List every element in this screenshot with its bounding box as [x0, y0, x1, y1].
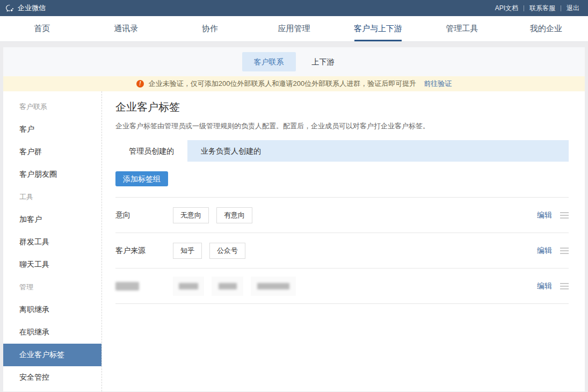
go-verify-link[interactable]: 前往验证	[424, 79, 452, 89]
nav-item-5[interactable]: 管理工具	[420, 16, 504, 41]
main-panel: 企业客户标签 企业客户标签由管理员或一级管理规则的负责人配置。配置后，企业成员可…	[102, 91, 585, 391]
creator-tab-0[interactable]: 管理员创建的	[115, 140, 187, 162]
tag-redacted	[212, 277, 243, 296]
tag-group-list: 意向无意向有意向编辑客户来源知乎公众号编辑编辑	[115, 197, 569, 304]
content-area: 客户联系客户客户群客户朋友圈工具加客户群发工具聊天工具管理离职继承在职继承企业客…	[3, 91, 585, 391]
top-app-bar: 企业微信 API文档联系客服退出	[0, 0, 588, 16]
row-actions: 编辑	[537, 281, 569, 291]
nav-item-4[interactable]: 客户与上下游	[336, 16, 420, 41]
sidebar-item-1-2[interactable]: 聊天工具	[3, 253, 101, 276]
page-gap	[0, 42, 588, 47]
nav-item-0[interactable]: 首页	[0, 16, 84, 41]
sidebar-item-0-1[interactable]: 客户群	[3, 141, 101, 163]
wechat-work-logo-icon	[5, 4, 14, 13]
topbar-link-0[interactable]: API文档	[495, 4, 518, 13]
nav-item-2[interactable]: 协作	[168, 16, 252, 41]
nav-item-1[interactable]: 通讯录	[84, 16, 168, 41]
sidebar-section-header-1: 工具	[3, 186, 101, 208]
redacted-blob	[257, 283, 289, 289]
topbar-links: API文档联系客服退出	[495, 4, 579, 13]
primary-tab-1[interactable]: 上下游	[300, 52, 346, 71]
tag-item-0-0[interactable]: 无意向	[173, 207, 209, 223]
tag-item-0-1[interactable]: 有意向	[216, 207, 252, 223]
group-name-redacted	[115, 282, 173, 291]
sidebar-item-2-0[interactable]: 离职继承	[3, 299, 101, 321]
sidebar: 客户联系客户客户群客户朋友圈工具加客户群发工具聊天工具管理离职继承在职继承企业客…	[3, 91, 102, 391]
topbar-link-2[interactable]: 退出	[567, 4, 579, 13]
customer-tabstrip: 客户联系上下游	[3, 47, 585, 76]
tag-redacted	[173, 277, 204, 296]
topbar-separator	[524, 5, 524, 11]
edit-link[interactable]: 编辑	[537, 281, 552, 291]
tag-group-row: 客户来源知乎公众号编辑	[115, 233, 569, 268]
sidebar-section-header-0: 客户联系	[3, 96, 101, 118]
sidebar-item-0-2[interactable]: 客户朋友圈	[3, 163, 101, 186]
tag-item-1-1[interactable]: 公众号	[209, 243, 245, 259]
page-title: 企业客户标签	[115, 100, 569, 114]
add-tag-group-button[interactable]: 添加标签组	[115, 171, 168, 186]
banner-text: 企业未验证，仅可添加200位外部联系人和邀请200位外部联系人进群，验证后即可提…	[149, 79, 416, 89]
group-name: 意向	[115, 210, 173, 220]
drag-handle-icon[interactable]	[560, 246, 569, 255]
sidebar-item-1-1[interactable]: 群发工具	[3, 231, 101, 253]
redacted-blob	[219, 283, 237, 289]
group-name: 客户来源	[115, 246, 173, 256]
sidebar-item-2-2[interactable]: 企业客户标签	[3, 344, 101, 366]
sidebar-item-1-0[interactable]: 加客户	[3, 208, 101, 231]
content-shell: 客户联系上下游 ! 企业未验证，仅可添加200位外部联系人和邀请200位外部联系…	[3, 47, 585, 391]
topbar-separator	[561, 5, 561, 11]
sidebar-section-header-2: 管理	[3, 276, 101, 299]
tag-item-1-0[interactable]: 知乎	[173, 243, 202, 259]
edit-link[interactable]: 编辑	[537, 210, 552, 220]
drag-handle-icon[interactable]	[560, 211, 569, 220]
nav-item-3[interactable]: 应用管理	[252, 16, 336, 41]
redacted-blob	[115, 282, 139, 291]
redacted-blob	[179, 283, 198, 289]
nav-item-6[interactable]: 我的企业	[504, 16, 588, 41]
edit-link[interactable]: 编辑	[537, 246, 552, 256]
tag-redacted	[251, 277, 296, 296]
drag-handle-icon[interactable]	[560, 282, 569, 291]
creator-tabs: 管理员创建的业务负责人创建的	[115, 140, 569, 162]
verify-banner: ! 企业未验证，仅可添加200位外部联系人和邀请200位外部联系人进群，验证后即…	[3, 76, 585, 91]
row-actions: 编辑	[537, 210, 569, 220]
tag-group-row: 意向无意向有意向编辑	[115, 198, 569, 233]
warning-icon: !	[136, 80, 144, 88]
page-description: 企业客户标签由管理员或一级管理规则的负责人配置。配置后，企业成员可以对客户打企业…	[115, 121, 569, 131]
sidebar-item-2-1[interactable]: 在职继承	[3, 321, 101, 344]
sidebar-item-2-3[interactable]: 安全管控	[3, 366, 101, 389]
sidebar-item-0-0[interactable]: 客户	[3, 118, 101, 141]
primary-tab-0[interactable]: 客户联系	[242, 52, 296, 71]
brand: 企业微信	[5, 3, 46, 13]
tag-group-row: 编辑	[115, 268, 569, 304]
row-actions: 编辑	[537, 246, 569, 256]
topbar-link-1[interactable]: 联系客服	[529, 4, 555, 13]
primary-nav: 首页通讯录协作应用管理客户与上下游管理工具我的企业	[0, 16, 588, 42]
creator-tab-1[interactable]: 业务负责人创建的	[187, 140, 274, 162]
brand-name: 企业微信	[18, 3, 46, 13]
